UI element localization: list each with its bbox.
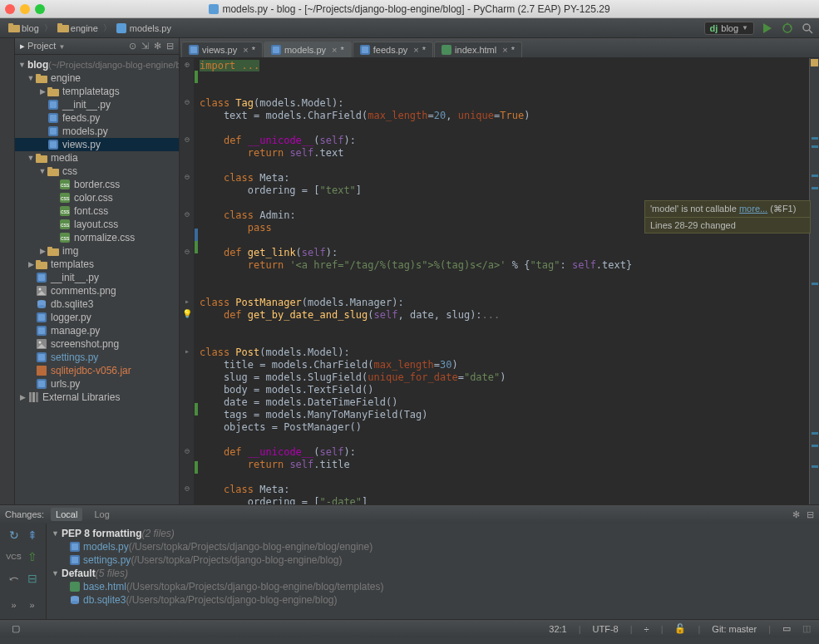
caret-position[interactable]: 32:1 — [549, 624, 566, 634]
changelist-file[interactable]: models.py (/Users/topka/Projects/django-… — [52, 540, 814, 553]
svg-rect-64 — [38, 381, 45, 387]
run-configuration-dropdown[interactable]: dj blog ▼ — [704, 22, 755, 35]
tree-node-__init__.py[interactable]: __init__.py — [15, 271, 179, 284]
minimize-window-icon[interactable] — [20, 4, 30, 14]
tooltip-more-link[interactable]: more... — [739, 204, 767, 214]
chevron-down-icon[interactable]: ▼ — [58, 43, 65, 51]
code-editor[interactable]: import ...class Tag(models.Model): text … — [195, 58, 809, 504]
settings-icon[interactable]: ✻ — [154, 41, 161, 52]
tree-node-comments.png[interactable]: comments.png — [15, 284, 179, 297]
tree-node-font.css[interactable]: cssfont.css — [15, 204, 179, 218]
lock-icon[interactable]: 🔓 — [674, 623, 686, 634]
tree-node-settings.py[interactable]: settings.py — [15, 351, 179, 364]
svg-rect-74 — [442, 45, 451, 55]
changes-tab-local[interactable]: Local — [51, 508, 82, 521]
memory-indicator[interactable]: ◫ — [802, 623, 811, 634]
changelist-group[interactable]: ▼PEP 8 formatting (2 files) — [52, 527, 814, 540]
zoom-window-icon[interactable] — [35, 4, 45, 14]
changelist-group[interactable]: ▼Default (5 files) — [52, 567, 814, 580]
svg-rect-3 — [57, 25, 69, 32]
tree-node-normalize.css[interactable]: cssnormalize.css — [15, 231, 179, 244]
project-tree[interactable]: ▼blog (~/Projects/django-blog-engine/blo… — [15, 55, 179, 504]
scroll-from-source-icon[interactable]: ⊙ — [129, 41, 136, 52]
file-encoding[interactable]: UTF-8 — [593, 624, 619, 634]
search-button[interactable] — [801, 22, 814, 35]
inspection-tooltip: 'model' is not callable more... (⌘F1) Li… — [644, 200, 811, 234]
svg-rect-24 — [50, 128, 57, 135]
tree-node-border.css[interactable]: cssborder.css — [15, 178, 179, 191]
error-stripe[interactable] — [809, 58, 819, 504]
tree-node-views.py[interactable]: views.py — [15, 138, 179, 151]
collapse-icon[interactable]: » — [24, 597, 41, 613]
tree-node-engine[interactable]: ▼engine — [15, 71, 179, 85]
svg-rect-41 — [47, 248, 59, 256]
git-branch[interactable]: Git: master — [712, 624, 757, 634]
svg-rect-5 — [116, 23, 126, 33]
tree-node-feeds.py[interactable]: feeds.py — [15, 111, 179, 125]
traffic-lights[interactable] — [5, 4, 45, 14]
external-libraries[interactable]: ▶External Libraries — [15, 391, 179, 404]
changelist-file[interactable]: db.sqlite3 (/Users/topka/Projects/django… — [52, 593, 814, 607]
svg-rect-22 — [50, 115, 57, 121]
rollback-icon[interactable]: ⤺ — [6, 570, 22, 587]
editor-tab-index.html[interactable]: index.html× — [434, 42, 522, 57]
close-tab-icon[interactable]: × — [502, 45, 507, 55]
editor-tab-feeds.py[interactable]: feeds.py× — [353, 42, 433, 57]
indexing-icon[interactable]: ▭ — [782, 623, 791, 634]
line-separator[interactable]: ÷ — [644, 624, 649, 634]
debug-button[interactable] — [781, 22, 794, 35]
expand-icon[interactable]: » — [6, 597, 22, 613]
close-window-icon[interactable] — [5, 4, 15, 14]
refresh-icon[interactable]: ↻ — [6, 527, 22, 543]
tree-node-color.css[interactable]: csscolor.css — [15, 191, 179, 204]
svg-point-82 — [71, 601, 79, 604]
tree-node-sqlitejdbc-v056.jar[interactable]: sqlitejdbc-v056.jar — [15, 364, 179, 377]
editor-tab-models.py[interactable]: models.py× — [264, 42, 352, 57]
changes-label: Changes: — [5, 509, 44, 519]
update-icon[interactable]: ⇞ — [24, 527, 41, 543]
run-button[interactable] — [761, 22, 774, 35]
commit-icon[interactable]: ⇧ — [24, 548, 41, 565]
breadcrumb-item[interactable]: models.py — [113, 22, 175, 34]
changes-list[interactable]: ▼PEP 8 formatting (2 files)models.py (/U… — [47, 524, 819, 619]
left-tool-rail[interactable] — [0, 38, 15, 504]
settings-icon[interactable]: ✻ — [792, 509, 800, 520]
inspection-status-icon[interactable] — [811, 59, 818, 66]
tree-root[interactable]: ▼blog (~/Projects/django-blog-engine/blo… — [15, 58, 179, 71]
editor-tab-views.py[interactable]: views.py× — [181, 42, 263, 57]
svg-rect-61 — [38, 354, 45, 361]
tree-node-models.py[interactable]: models.py — [15, 125, 179, 138]
tree-node-manage.py[interactable]: manage.py — [15, 324, 179, 337]
tree-node-templates[interactable]: ▶templates — [15, 258, 179, 271]
svg-rect-30 — [47, 167, 52, 170]
svg-rect-62 — [37, 366, 47, 376]
close-tab-icon[interactable]: × — [332, 45, 337, 55]
tree-node-templatetags[interactable]: ▶templatetags — [15, 85, 179, 98]
changelist-file[interactable]: base.html (/Users/topka/Projects/django-… — [52, 580, 814, 593]
changelist-file[interactable]: settings.py (/Users/topka/Projects/djang… — [52, 553, 814, 567]
svg-rect-16 — [36, 74, 41, 76]
tree-node-db.sqlite3[interactable]: db.sqlite3 — [15, 297, 179, 311]
close-tab-icon[interactable]: × — [243, 45, 248, 55]
breadcrumb-item[interactable]: blog — [5, 22, 42, 34]
tooltip-message: 'model' is not callable — [650, 204, 739, 214]
hide-icon[interactable]: ⊟ — [807, 509, 814, 520]
hide-icon[interactable]: ⊟ — [166, 41, 174, 52]
tree-node-urls.py[interactable]: urls.py — [15, 377, 179, 391]
run-config-label: blog — [721, 23, 738, 33]
tree-node-logger.py[interactable]: logger.py — [15, 311, 179, 324]
breadcrumb-item[interactable]: engine — [54, 22, 101, 34]
tree-node-img[interactable]: ▶img — [15, 244, 179, 258]
tree-node-media[interactable]: ▼media — [15, 151, 179, 165]
diff-icon[interactable]: ⊟ — [24, 570, 41, 587]
tree-node-__init__.py[interactable]: __init__.py — [15, 98, 179, 111]
tree-node-layout.css[interactable]: csslayout.css — [15, 218, 179, 231]
changes-tab-log[interactable]: Log — [89, 508, 114, 521]
collapse-icon[interactable]: ⇲ — [141, 41, 149, 52]
editor-tabs: views.py×models.py×feeds.py×index.html× — [180, 38, 819, 58]
editor-gutter[interactable]: ⊕⊖⊖⊖⊖⊖▸💡▸⊖⊖ — [180, 58, 195, 504]
close-tab-icon[interactable]: × — [413, 45, 418, 55]
tree-node-screenshot.png[interactable]: screenshot.png — [15, 337, 179, 351]
toolwindow-toggle-icon[interactable]: ▢ — [12, 623, 20, 634]
tree-node-css[interactable]: ▼css — [15, 165, 179, 178]
